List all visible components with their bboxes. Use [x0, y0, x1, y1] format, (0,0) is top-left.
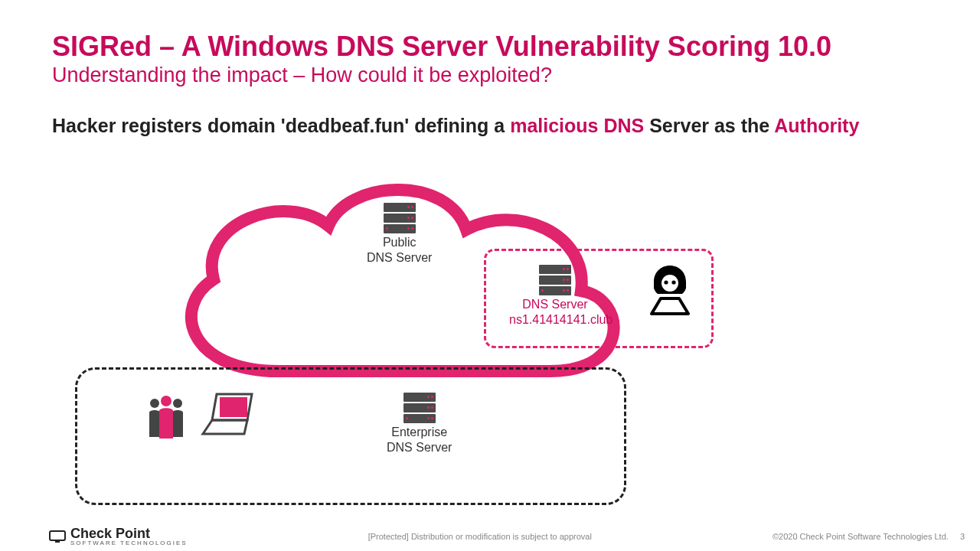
- svg-rect-6: [220, 397, 247, 417]
- malicious-dns-label-2: ns1.41414141.club: [509, 312, 601, 328]
- desc-highlight-2: Authority: [774, 115, 859, 136]
- footer: Check Point SOFTWARE TECHNOLOGIES [Prote…: [49, 526, 965, 546]
- public-dns-node: Public DNS Server: [367, 203, 432, 266]
- desc-highlight-1: malicious DNS: [510, 115, 644, 136]
- slide: SIGRed – A Windows DNS Server Vulnerabil…: [0, 0, 980, 551]
- brand-logo: Check Point SOFTWARE TECHNOLOGIES: [49, 526, 188, 546]
- diagram-area: Public DNS Server DNS Server ns1.4141414…: [52, 145, 928, 520]
- server-icon: [403, 393, 436, 423]
- laptop-icon: [198, 391, 263, 439]
- brand-name: Check Point: [70, 526, 150, 541]
- svg-rect-8: [55, 540, 60, 543]
- svg-point-5: [161, 396, 172, 406]
- footer-classification: [Protected] Distribution or modification…: [188, 532, 773, 541]
- svg-rect-7: [50, 531, 65, 540]
- enterprise-dns-label-1: Enterprise: [387, 425, 452, 440]
- enterprise-dns-node: Enterprise DNS Server: [387, 393, 452, 455]
- brand-sub: SOFTWARE TECHNOLOGIES: [70, 540, 188, 546]
- svg-point-2: [671, 280, 675, 284]
- footer-copyright: ©2020 Check Point Software Technologies …: [773, 532, 949, 541]
- svg-point-3: [150, 399, 159, 408]
- enterprise-zone: Enterprise DNS Server: [75, 367, 626, 505]
- description-line: Hacker registers domain 'deadbeaf.fun' d…: [52, 115, 928, 137]
- server-icon: [539, 265, 571, 295]
- malicious-dns-node: DNS Server ns1.41414141.club: [509, 265, 601, 328]
- svg-point-4: [173, 399, 182, 408]
- desc-pre: Hacker registers domain 'deadbeaf.fun' d…: [52, 115, 510, 136]
- page-subtitle: Understanding the impact – How could it …: [52, 64, 928, 87]
- svg-point-1: [664, 280, 668, 284]
- server-icon: [384, 203, 416, 233]
- malicious-zone: DNS Server ns1.41414141.club: [484, 249, 714, 348]
- page-title: SIGRed – A Windows DNS Server Vulnerabil…: [52, 31, 928, 62]
- hacker-icon: [645, 263, 694, 320]
- logo-icon: [49, 530, 66, 543]
- public-dns-label-1: Public: [367, 235, 432, 250]
- enterprise-dns-label-2: DNS Server: [387, 440, 452, 455]
- users-icon: [146, 394, 186, 439]
- internal-users: [146, 391, 263, 439]
- public-dns-label-2: DNS Server: [367, 250, 432, 266]
- page-number: 3: [960, 532, 965, 541]
- svg-point-0: [662, 275, 678, 292]
- malicious-dns-label-1: DNS Server: [509, 297, 601, 312]
- desc-mid: Server as the: [644, 115, 774, 136]
